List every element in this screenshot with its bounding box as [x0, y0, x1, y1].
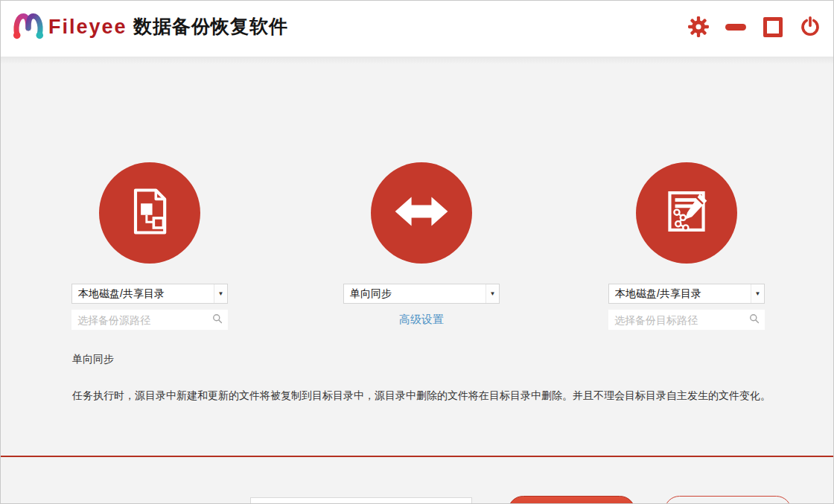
target-type-dropdown[interactable]: 本地磁盘/共享目录 ▼ — [608, 284, 765, 304]
source-type-dropdown[interactable]: 本地磁盘/共享目录 ▼ — [71, 284, 228, 304]
main-area: 本地磁盘/共享目录 ▼ 单向同步 ▼ 高级设置 本地磁盘/共享目录 ▼ — [1, 57, 833, 504]
brand-wordmark: Fileyee — [48, 16, 127, 39]
target-path-input[interactable] — [608, 314, 749, 326]
maximize-icon[interactable] — [762, 16, 784, 38]
window-controls — [687, 14, 821, 39]
app-title: 数据备份恢复软件 — [133, 14, 288, 39]
red-separator — [1, 456, 833, 457]
source-path-box — [71, 310, 228, 330]
chevron-down-icon[interactable]: ▼ — [486, 284, 499, 303]
backup-target-circle — [636, 162, 737, 264]
create-task-button[interactable]: 创建任务 — [508, 496, 635, 504]
backup-source-document-icon — [121, 183, 178, 243]
double-arrow-icon — [392, 182, 451, 243]
settings-gear-icon[interactable] — [687, 16, 710, 38]
magnifier-icon[interactable] — [749, 313, 760, 327]
manage-tasks-button[interactable]: 任务管理 — [664, 496, 792, 504]
magnifier-icon[interactable] — [212, 313, 223, 327]
minimize-icon[interactable] — [725, 16, 747, 38]
source-path-input[interactable] — [71, 314, 212, 326]
backup-target-edit-icon — [658, 183, 715, 243]
target-path-box — [608, 310, 765, 330]
chevron-down-icon[interactable]: ▼ — [751, 284, 764, 303]
mode-description-text: 任务执行时，源目录中新建和更新的文件将被复制到目标目录中，源目录中删除的文件将在… — [72, 386, 798, 405]
sync-mode-circle — [371, 162, 472, 264]
mode-description-title: 单向同步 — [72, 353, 114, 366]
fileyee-m-logo-icon — [11, 10, 45, 45]
app-window: Fileyee 数据备份恢复软件 — [0, 0, 834, 504]
backup-source-circle — [99, 162, 200, 264]
target-type-value: 本地磁盘/共享目录 — [609, 287, 751, 301]
source-type-value: 本地磁盘/共享目录 — [72, 287, 214, 301]
chevron-down-icon[interactable]: ▼ — [214, 284, 227, 303]
task-name-input[interactable] — [250, 497, 472, 504]
close-power-icon[interactable] — [799, 16, 821, 38]
sync-mode-value: 单向同步 — [344, 287, 486, 301]
title-bar: Fileyee 数据备份恢复软件 — [1, 1, 833, 57]
sync-mode-dropdown[interactable]: 单向同步 ▼ — [343, 284, 500, 304]
advanced-settings-link[interactable]: 高级设置 — [343, 313, 500, 327]
